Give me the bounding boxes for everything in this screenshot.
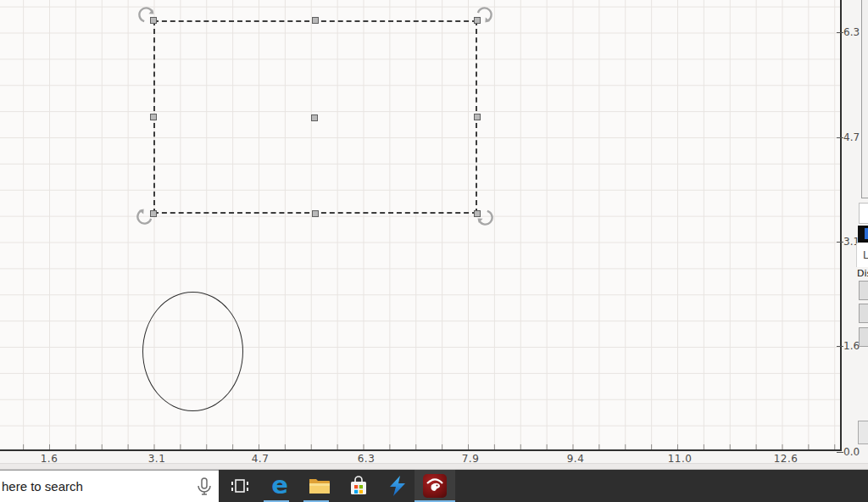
file-explorer-icon[interactable] bbox=[303, 470, 337, 502]
right-panel-list-item[interactable]: L bbox=[856, 243, 868, 267]
taskbar-search-input[interactable]: here to search bbox=[0, 470, 219, 502]
lightning-app-icon[interactable] bbox=[381, 470, 415, 502]
desktop-screen: 1.63.14.76.37.99.411.012.6 6.34.73.11.60… bbox=[0, 0, 868, 502]
microsoft-store-icon[interactable] bbox=[342, 470, 376, 502]
y-ruler-label: 1.6 bbox=[843, 340, 860, 352]
selection-handle-center[interactable] bbox=[311, 114, 318, 121]
right-panel-field[interactable] bbox=[859, 203, 868, 224]
search-placeholder-text: here to search bbox=[0, 479, 83, 494]
right-panel-button-1[interactable] bbox=[859, 281, 868, 300]
right-panel-button-2[interactable] bbox=[859, 304, 868, 323]
selection-handle-top-middle[interactable] bbox=[312, 17, 319, 24]
y-ruler-tick bbox=[837, 32, 843, 33]
y-ruler-tick bbox=[837, 452, 843, 453]
right-panel-section-label: Dis bbox=[857, 268, 868, 279]
edge-browser-icon[interactable]: e bbox=[263, 470, 297, 502]
selection-handle-middle-left[interactable] bbox=[150, 114, 157, 120]
y-ruler-label: 4.7 bbox=[843, 131, 860, 143]
window-status-strip bbox=[0, 463, 868, 470]
y-ruler-tick bbox=[837, 242, 843, 243]
right-panel-box bbox=[861, 0, 868, 198]
cad-app-icon-active[interactable] bbox=[415, 470, 455, 502]
microphone-icon[interactable] bbox=[194, 477, 214, 497]
windows-taskbar: here to search e bbox=[0, 470, 868, 502]
y-ruler-label: 6.3 bbox=[843, 26, 860, 38]
ellipse-shape[interactable] bbox=[142, 292, 243, 411]
task-view-icon[interactable] bbox=[223, 470, 257, 502]
y-ruler-label: 0.0 bbox=[843, 446, 860, 458]
selection-handle-middle-right[interactable] bbox=[474, 114, 481, 120]
right-panel-button-3[interactable] bbox=[859, 327, 868, 347]
y-ruler-tick bbox=[837, 346, 843, 347]
y-ruler-tick bbox=[837, 137, 843, 138]
canvas-right-border bbox=[840, 0, 842, 451]
x-axis-line bbox=[0, 449, 842, 451]
right-panel-button-4[interactable] bbox=[858, 421, 868, 444]
right-panel-blue-chip bbox=[865, 228, 868, 239]
cad-canvas[interactable] bbox=[0, 0, 842, 450]
dragon-logo-icon bbox=[424, 475, 446, 497]
cad-app-tile bbox=[423, 474, 447, 498]
selection-handle-bottom-middle[interactable] bbox=[312, 210, 319, 217]
